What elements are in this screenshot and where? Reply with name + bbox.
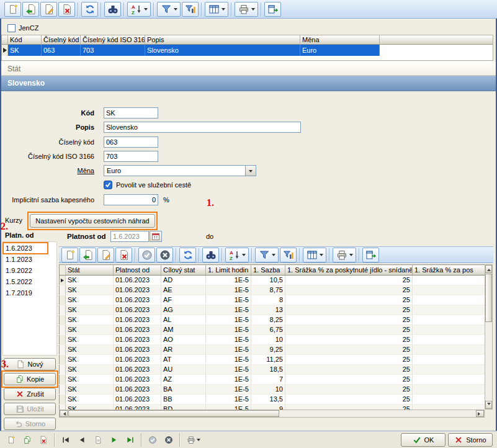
table-row[interactable]: SK 01.06.2023 AD 1E-5 10,5 25 — [60, 276, 485, 285]
jencz-checkbox[interactable] — [7, 24, 16, 32]
sort-az-button[interactable] — [225, 248, 249, 262]
date-list-item[interactable]: 1.9.2022 — [3, 265, 48, 276]
accept-button[interactable] — [145, 433, 160, 447]
table-row[interactable]: SK 01.06.2023 AG 1E-5 13 25 — [60, 305, 485, 315]
mena-select[interactable]: Euro — [104, 165, 256, 176]
search-button[interactable] — [104, 2, 121, 17]
rates-vertical-scrollbar[interactable] — [485, 264, 493, 410]
scroll-up-button[interactable] — [485, 265, 492, 273]
calendar-button[interactable] — [150, 231, 162, 242]
chevron-down-icon[interactable] — [245, 166, 256, 176]
date-list-header[interactable]: Platn. od — [5, 231, 34, 239]
delete-record-button[interactable] — [36, 433, 51, 447]
column-header[interactable]: 1. Srážka % za pos — [413, 265, 485, 276]
table-row[interactable]: SK 01.06.2023 AO 1E-5 10 25 — [60, 335, 485, 345]
export-button[interactable] — [362, 248, 379, 262]
prev-record-button[interactable] — [74, 433, 89, 447]
column-header[interactable]: Kód — [8, 35, 42, 45]
rates-grid-body: SK 01.06.2023 AD 1E-5 10,5 25 SK 01.06.2… — [60, 276, 485, 414]
refresh-button[interactable] — [81, 2, 98, 17]
table-row[interactable]: SK 01.06.2023 AE 1E-5 8,75 25 — [60, 285, 485, 295]
popis-input[interactable] — [104, 122, 301, 133]
delete-item-button[interactable] — [58, 2, 75, 17]
table-row[interactable]: SK 01.06.2023 AR 1E-5 9,25 25 — [60, 345, 485, 355]
copy-record-button[interactable] — [20, 433, 35, 447]
mena-label[interactable]: Měna — [0, 165, 99, 176]
column-header[interactable]: 1. Srážka % za poskytnuté jídlo - snídan… — [285, 265, 413, 276]
filter-button[interactable] — [255, 248, 279, 262]
column-header[interactable]: Platnost od — [114, 265, 161, 276]
scroll-down-button[interactable] — [485, 401, 492, 409]
scroll-right-button[interactable] — [476, 410, 484, 417]
print-button[interactable] — [235, 2, 258, 17]
columns-button[interactable] — [303, 248, 326, 262]
column-header[interactable]: Popis — [145, 35, 300, 45]
filter-button[interactable] — [157, 2, 181, 17]
cancel-button[interactable] — [161, 433, 176, 447]
edit-record-button[interactable] — [97, 248, 114, 262]
export-button[interactable] — [264, 2, 281, 17]
platnost-od-input[interactable] — [110, 231, 149, 242]
column-header[interactable]: Cílový stat — [161, 265, 206, 276]
storno-button[interactable]: Storno — [448, 433, 493, 447]
table-row[interactable]: SK 01.06.2023 AL 1E-5 8,25 25 — [60, 315, 485, 325]
cell — [413, 385, 485, 395]
kapesne-input[interactable] — [104, 194, 158, 205]
table-row[interactable]: SK 01.06.2023 AZ 1E-5 7 25 — [60, 375, 485, 385]
delete-record-button[interactable] — [115, 248, 132, 262]
accept-button[interactable] — [138, 248, 155, 262]
column-header[interactable]: Stát — [66, 265, 114, 276]
column-header[interactable]: 1. Limit hodin — [206, 265, 251, 276]
next-record-button[interactable] — [107, 433, 122, 447]
column-header[interactable]: Číselný kód ISO 3166 — [81, 35, 145, 45]
new-record-button[interactable] — [4, 433, 19, 447]
scrollbar-thumb[interactable] — [485, 274, 492, 322]
date-list-item[interactable]: 1.1.2023 — [3, 254, 48, 265]
date-list-item[interactable]: 1.6.2023 — [3, 243, 48, 254]
date-list-item[interactable]: 1.5.2022 — [3, 276, 48, 287]
record-navigation — [0, 433, 204, 447]
annotation-3: 3. — [1, 359, 9, 370]
cancel-button[interactable] — [156, 248, 173, 262]
sort-az-button[interactable] — [127, 2, 151, 17]
novy-button[interactable]: Nový — [4, 358, 56, 370]
open-record-button[interactable] — [79, 248, 96, 262]
date-list-item[interactable]: 1.7.2019 — [3, 287, 48, 298]
table-row[interactable]: SK 01.06.2023 BA 1E-5 10 25 — [60, 385, 485, 395]
scrollbar-thumb[interactable] — [68, 410, 279, 417]
columns-button[interactable] — [205, 2, 228, 17]
kod-input[interactable] — [104, 107, 158, 119]
ok-button[interactable]: OK — [401, 433, 446, 447]
table-row[interactable]: SK 01.06.2023 BB 1E-5 13,5 25 — [60, 395, 485, 405]
table-row[interactable]: SK 01.06.2023 AU 1E-5 18,5 25 — [60, 365, 485, 375]
table-row[interactable]: SK 01.06.2023 AM 1E-5 6,75 25 — [60, 325, 485, 335]
search-button[interactable] — [202, 248, 219, 262]
mena-value: Euro — [104, 167, 245, 174]
filter-settings-button[interactable] — [280, 248, 297, 262]
column-header[interactable]: 1. Sazba — [251, 265, 285, 276]
nastaveni-nahrad-button[interactable]: Nastavení vypočtu cestovních náhrad — [30, 214, 155, 228]
first-record-button[interactable] — [58, 433, 73, 447]
edit-item-button[interactable] — [40, 2, 57, 17]
povolit-checkbox[interactable] — [104, 181, 112, 189]
print-button[interactable] — [333, 248, 356, 262]
zrusit-button[interactable]: Zrušit — [4, 388, 56, 400]
open-item-button[interactable] — [22, 2, 39, 17]
kopie-button[interactable]: Kopie — [4, 373, 56, 385]
column-header[interactable]: Měna — [300, 35, 380, 45]
country-row-slovensko[interactable]: SK 063 703 Slovensko Euro — [2, 45, 493, 56]
table-row[interactable]: SK 01.06.2023 AF 1E-5 8 25 — [60, 295, 485, 305]
rates-horizontal-scrollbar[interactable] — [59, 410, 485, 418]
print-button[interactable] — [184, 433, 204, 447]
current-record-button[interactable] — [91, 433, 105, 447]
scroll-left-button[interactable] — [60, 410, 68, 417]
new-document-button[interactable] — [4, 2, 21, 17]
last-record-button[interactable] — [123, 433, 138, 447]
filter-settings-button[interactable] — [182, 2, 199, 17]
refresh-button[interactable] — [179, 248, 196, 262]
ciselny-kod-input[interactable] — [104, 137, 158, 148]
column-header[interactable]: Číselný kód — [42, 35, 81, 45]
table-row[interactable]: SK 01.06.2023 AT 1E-5 11,25 25 — [60, 355, 485, 365]
iso-input[interactable] — [104, 151, 158, 162]
new-record-button[interactable] — [61, 248, 78, 262]
